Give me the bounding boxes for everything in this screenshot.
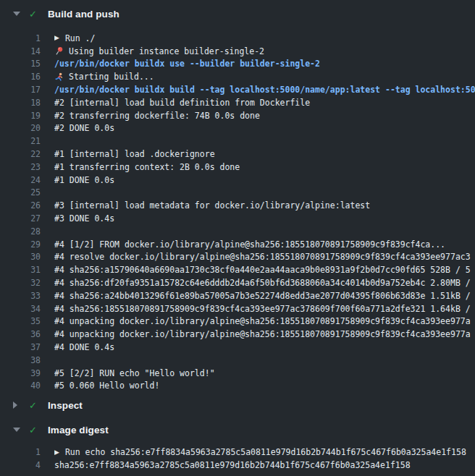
chevron-right-icon[interactable]	[13, 401, 20, 409]
line-number[interactable]: 15	[0, 59, 41, 69]
log-line: 16Starting build...	[0, 70, 475, 83]
log-line: 35#4 unpacking docker.io/library/alpine@…	[0, 315, 475, 328]
line-number[interactable]: 19	[0, 111, 41, 121]
line-number[interactable]: 17	[0, 85, 41, 95]
log-line: 26#3 [internal] load metadata for docker…	[0, 199, 475, 212]
line-content: #2 DONE 0.0s	[54, 123, 475, 133]
expand-arrow-icon[interactable]: ▶	[54, 35, 59, 41]
section-header-image-digest[interactable]: ✓Image digest	[0, 423, 475, 436]
line-content: #4 resolve docker.io/library/alpine@sha2…	[54, 252, 475, 262]
line-content: #4 sha256:185518070891758909c9f839cf4ca3…	[54, 304, 475, 314]
line-content: #4 unpacking docker.io/library/alpine@sh…	[54, 316, 475, 326]
line-content: #4 sha256:df20fa9351a15782c64e6dddb2d4a6…	[54, 278, 475, 288]
line-content: #2 transferring dockerfile: 74B 0.0s don…	[54, 111, 475, 121]
line-number[interactable]: 38	[0, 355, 41, 365]
section-header-inspect[interactable]: ✓Inspect	[0, 399, 475, 412]
pushpin-icon	[54, 46, 64, 56]
line-number[interactable]: 25	[0, 187, 41, 197]
line-text: #4 unpacking docker.io/library/alpine@sh…	[54, 329, 471, 339]
line-number[interactable]: 4	[0, 460, 41, 470]
line-text: #1 DONE 0.0s	[54, 175, 114, 185]
check-icon: ✓	[29, 401, 38, 410]
line-number[interactable]: 39	[0, 368, 41, 378]
line-number[interactable]: 33	[0, 291, 41, 301]
log-line: 21	[0, 135, 475, 148]
line-number[interactable]: 18	[0, 98, 41, 108]
line-text: #5 0.060 Hello world!	[54, 381, 159, 391]
toggle-triangle	[13, 12, 20, 16]
line-number[interactable]: 1	[0, 33, 41, 43]
line-content: #1 DONE 0.0s	[54, 175, 475, 185]
line-number[interactable]: 23	[0, 162, 41, 172]
log-line: 23#1 transferring context: 2B 0.0s done	[0, 161, 475, 174]
section-image-digest: ✓Image digest1▶Run echo sha256:e7ff8834a…	[0, 423, 475, 472]
log-line: 28	[0, 225, 475, 238]
line-number[interactable]: 28	[0, 226, 41, 237]
log-line: 22#1 [internal] load .dockerignore	[0, 148, 475, 161]
line-text: #1 transferring context: 2B 0.0s done	[54, 162, 240, 172]
line-content: /usr/bin/docker buildx use --builder bui…	[54, 59, 475, 69]
line-text: Using builder instance builder-single-2	[69, 46, 264, 56]
log-line: 27#3 DONE 0.4s	[0, 212, 475, 225]
line-number[interactable]: 30	[0, 252, 41, 262]
line-text: #4 [1/2] FROM docker.io/library/alpine@s…	[54, 239, 445, 250]
line-content: #1 transferring context: 2B 0.0s done	[54, 162, 475, 172]
line-number[interactable]: 16	[0, 72, 41, 82]
log-line: 15/usr/bin/docker buildx use --builder b…	[0, 58, 475, 71]
line-content: #1 [internal] load .dockerignore	[54, 149, 475, 159]
log-lines-build-and-push: 1▶Run ./14Using builder instance builder…	[0, 32, 475, 392]
line-number[interactable]: 36	[0, 329, 41, 339]
log-line: 38	[0, 354, 475, 367]
line-text: #4 sha256:185518070891758909c9f839cf4ca3…	[54, 304, 471, 314]
line-content: ▶Run ./	[54, 33, 475, 43]
log-line: 14Using builder instance builder-single-…	[0, 45, 475, 58]
log-line: 30#4 resolve docker.io/library/alpine@sh…	[0, 251, 475, 264]
line-number[interactable]: 37	[0, 342, 41, 352]
section-title: Inspect	[48, 400, 83, 411]
line-text: #5 [2/2] RUN echo "Hello world!"	[54, 368, 215, 378]
line-number[interactable]: 26	[0, 200, 41, 211]
line-content: #3 DONE 0.4s	[54, 213, 475, 224]
expand-arrow-icon[interactable]: ▶	[54, 449, 59, 456]
line-content: /usr/bin/docker buildx build --tag local…	[54, 85, 475, 95]
line-content: #5 [2/2] RUN echo "Hello world!"	[54, 368, 475, 378]
section-title: Image digest	[48, 425, 109, 435]
runner-icon	[54, 72, 64, 82]
toggle-triangle	[13, 401, 17, 409]
line-content: #4 [1/2] FROM docker.io/library/alpine@s…	[54, 239, 475, 250]
line-content: Using builder instance builder-single-2	[54, 46, 475, 56]
chevron-down-icon[interactable]	[13, 12, 20, 16]
line-content: #3 [internal] load metadata for docker.i…	[54, 200, 475, 211]
line-content: #2 [internal] load build definition from…	[54, 98, 475, 108]
log-line: 25	[0, 187, 475, 200]
log-line: 24#1 DONE 0.0s	[0, 174, 475, 187]
line-number[interactable]: 34	[0, 304, 41, 314]
line-number[interactable]: 32	[0, 278, 41, 288]
line-number[interactable]: 1	[0, 447, 41, 457]
section-header-build-and-push[interactable]: ✓Build and push	[0, 7, 475, 20]
line-number[interactable]: 21	[0, 136, 41, 146]
line-text: #4 sha256:a24bb4013296f61e89ba57005a7b3e…	[54, 291, 471, 301]
line-content: Starting build...	[54, 72, 475, 82]
log-line: 1▶Run ./	[0, 32, 475, 45]
line-number[interactable]: 22	[0, 149, 41, 159]
line-number[interactable]: 40	[0, 381, 41, 391]
line-number[interactable]: 35	[0, 316, 41, 326]
log-line: 18#2 [internal] load build definition fr…	[0, 96, 475, 109]
line-text: #4 DONE 0.4s	[54, 342, 114, 352]
line-text: #2 [internal] load build definition from…	[54, 98, 310, 108]
line-number[interactable]: 14	[0, 46, 41, 56]
line-text: #3 [internal] load metadata for docker.i…	[54, 200, 370, 211]
line-number[interactable]: 27	[0, 213, 41, 224]
workflow-log-panel[interactable]: ✓Build and push1▶Run ./14Using builder i…	[0, 0, 475, 476]
chevron-down-icon[interactable]	[13, 428, 20, 432]
line-number[interactable]: 24	[0, 175, 41, 185]
line-content: ▶Run echo sha256:e7ff8834a5963a2785c5a08…	[54, 447, 475, 457]
line-number[interactable]: 31	[0, 265, 41, 275]
line-number[interactable]: 29	[0, 239, 41, 250]
line-number[interactable]: 20	[0, 123, 41, 133]
line-text: /usr/bin/docker buildx build --tag local…	[54, 85, 475, 95]
log-line: 36#4 unpacking docker.io/library/alpine@…	[0, 328, 475, 341]
line-text: #2 DONE 0.0s	[54, 123, 114, 133]
line-text: #4 resolve docker.io/library/alpine@sha2…	[54, 252, 471, 262]
